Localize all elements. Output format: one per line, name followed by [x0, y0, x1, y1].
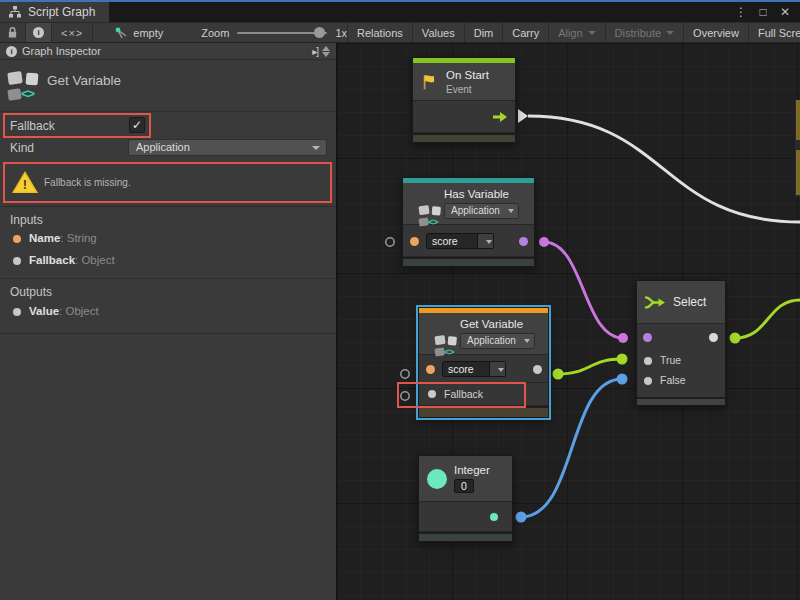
- graph-canvas[interactable]: On Start Event <> Has Variable: [337, 43, 800, 600]
- fallback-checkbox[interactable]: ✓: [129, 117, 145, 133]
- info-icon: i: [6, 46, 17, 57]
- inputs-heading: Inputs: [10, 213, 43, 227]
- zoom-slider[interactable]: [237, 32, 327, 34]
- connection-end-dot[interactable]: [553, 369, 564, 380]
- carry-button[interactable]: Carry: [502, 23, 548, 42]
- connection-end-dot[interactable]: [539, 237, 549, 247]
- connection-end-dot[interactable]: [516, 512, 527, 523]
- zoom-control: Zoom 1x: [201, 23, 347, 42]
- node-integer[interactable]: Integer 0: [418, 455, 513, 542]
- variable-name-dropdown[interactable]: [478, 233, 494, 249]
- lock-button[interactable]: [0, 23, 26, 42]
- select-output-connection[interactable]: [735, 300, 800, 338]
- string-input-port[interactable]: [426, 365, 435, 374]
- checkmark-icon: ✓: [132, 118, 142, 132]
- panel-scroll-arrows: [322, 46, 332, 57]
- fallback-port-highlight-box: [397, 382, 526, 408]
- overview-label: Overview: [693, 27, 739, 39]
- outputs-heading: Outputs: [10, 285, 52, 299]
- condition-input-port[interactable]: [643, 333, 652, 342]
- string-input-port[interactable]: [410, 237, 419, 246]
- svg-text:!: !: [23, 177, 27, 192]
- variable-name-value[interactable]: score: [426, 233, 478, 249]
- variable-kind-dropdown[interactable]: Application: [444, 203, 519, 219]
- values-label: Values: [422, 27, 455, 39]
- output-name: Value: Object: [29, 305, 99, 317]
- chevron-down-icon: [524, 339, 530, 343]
- values-button[interactable]: Values: [412, 23, 464, 42]
- connection-end-dot[interactable]: [730, 333, 741, 344]
- graph-pointer-icon: [115, 27, 128, 39]
- overview-button[interactable]: Overview: [683, 23, 748, 42]
- selection-output-port[interactable]: [709, 333, 718, 342]
- info-icon: i: [33, 27, 44, 38]
- true-input-port[interactable]: [644, 357, 652, 365]
- graph-tab-icon: [8, 6, 22, 18]
- window-buttons: ⋮ □ ✕: [732, 2, 800, 22]
- scroll-down-icon[interactable]: [322, 52, 330, 57]
- tab-script-graph[interactable]: Script Graph: [0, 2, 109, 22]
- node-select[interactable]: Select True False: [636, 280, 726, 406]
- node-title: Integer: [454, 464, 490, 476]
- integer-output-port[interactable]: [490, 513, 498, 521]
- input-row-name: Name: String: [0, 231, 336, 247]
- object-port-dot: [13, 257, 21, 265]
- control-connection[interactable]: [528, 116, 800, 222]
- node-on-start[interactable]: On Start Event: [412, 57, 516, 143]
- scroll-up-icon[interactable]: [322, 46, 330, 51]
- chevron-down-icon: [588, 31, 596, 35]
- node-subtitle: Event: [446, 84, 489, 95]
- carry-label: Carry: [512, 27, 539, 39]
- distribute-button: Distribute: [605, 23, 683, 42]
- value-connection-green[interactable]: [558, 359, 622, 374]
- dock-icon[interactable]: ▸]: [312, 46, 318, 57]
- connection-end-dot[interactable]: [617, 354, 628, 365]
- integer-icon: [427, 469, 447, 489]
- variable-name-value[interactable]: score: [442, 361, 490, 377]
- node-footer: [419, 532, 512, 541]
- divider: [0, 278, 336, 279]
- zoom-value: 1x: [335, 27, 347, 39]
- connection-layer: [337, 43, 800, 600]
- variable-kind-value: Application: [467, 335, 516, 346]
- menu-icon[interactable]: ⋮: [732, 5, 750, 19]
- zoom-slider-handle[interactable]: [314, 27, 325, 38]
- inspector-toggle-button[interactable]: i: [26, 23, 52, 42]
- flow-arrow-icon[interactable]: [492, 111, 508, 123]
- chevron-down-icon: [666, 31, 674, 35]
- node-title: On Start: [446, 69, 489, 81]
- unconnected-port-ring[interactable]: [386, 238, 394, 246]
- variable-name-field[interactable]: score: [442, 361, 506, 377]
- close-icon[interactable]: ✕: [776, 5, 794, 19]
- script-graph-window: Script Graph ⋮ □ ✕ i <×> empty: [0, 0, 800, 600]
- bool-output-port[interactable]: [519, 237, 528, 246]
- node-title: Select: [673, 295, 706, 309]
- flow-output-triangle[interactable]: [518, 109, 528, 123]
- connection-end-dot[interactable]: [618, 333, 628, 343]
- false-input-port[interactable]: [644, 377, 652, 385]
- variable-name-field[interactable]: score: [426, 233, 494, 249]
- node-has-variable[interactable]: <> Has Variable Application score: [402, 177, 535, 267]
- true-port-label: True: [660, 354, 681, 366]
- chevron-down-icon: [498, 368, 504, 372]
- input-name: Name: String: [29, 232, 97, 244]
- variable-name-dropdown[interactable]: [490, 361, 506, 377]
- unconnected-port-ring[interactable]: [401, 370, 409, 378]
- bool-connection[interactable]: [544, 242, 623, 338]
- variable-kind-dropdown[interactable]: Application: [460, 333, 535, 349]
- node-title: Get Variable: [460, 318, 535, 330]
- dim-button[interactable]: Dim: [464, 23, 503, 42]
- integer-value-field[interactable]: 0: [454, 479, 474, 493]
- inspected-node-title: Get Variable: [47, 73, 121, 88]
- value-output-port[interactable]: [533, 365, 542, 374]
- full-screen-button[interactable]: Full Screen: [748, 23, 800, 42]
- graph-path[interactable]: empty: [115, 23, 163, 42]
- kind-dropdown-value: Application: [136, 141, 190, 153]
- warning-text: Fallback is missing.: [44, 177, 131, 188]
- relations-button[interactable]: Relations: [347, 23, 412, 42]
- code-toggle-button[interactable]: <×>: [52, 23, 93, 42]
- kind-dropdown[interactable]: Application: [128, 139, 327, 156]
- maximize-icon[interactable]: □: [754, 5, 772, 19]
- output-row-value: Value: Object: [0, 304, 336, 320]
- connection-end-dot[interactable]: [617, 374, 628, 385]
